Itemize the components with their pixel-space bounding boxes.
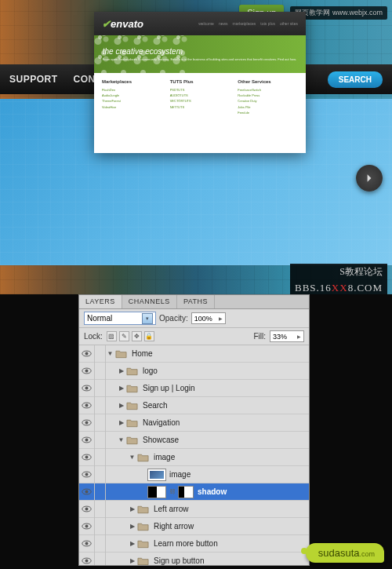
tab-channels[interactable]: CHANNELS bbox=[122, 295, 177, 308]
visibility-eye-icon[interactable] bbox=[79, 483, 95, 501]
sudasuta-watermark: sudasuta.com bbox=[306, 543, 384, 563]
opacity-label: Opacity: bbox=[159, 314, 188, 323]
layer-name: logo bbox=[143, 367, 158, 375]
layer-row[interactable]: ▼Showcase bbox=[79, 432, 309, 449]
triangle-down-icon[interactable]: ▼ bbox=[106, 350, 114, 357]
layer-row[interactable]: ▶Navigation bbox=[79, 414, 309, 432]
svg-point-7 bbox=[85, 404, 89, 407]
folder-icon bbox=[125, 418, 139, 428]
svg-point-17 bbox=[85, 491, 89, 494]
layer-name: Left arrow bbox=[154, 505, 188, 513]
svg-point-9 bbox=[85, 421, 89, 425]
nav-support[interactable]: SUPPORT bbox=[9, 74, 58, 85]
layer-thumb bbox=[147, 469, 166, 481]
svg-point-3 bbox=[85, 370, 89, 373]
folder-icon bbox=[136, 556, 150, 565]
visibility-eye-icon[interactable] bbox=[79, 449, 95, 466]
next-arrow-button[interactable] bbox=[356, 165, 383, 191]
layer-name: Search bbox=[143, 401, 168, 410]
lock-move-icon[interactable]: ✥ bbox=[132, 331, 142, 341]
tab-layers[interactable]: LAYERS bbox=[79, 295, 122, 308]
layer-row[interactable]: ▶Sign up | Login bbox=[79, 380, 309, 397]
layer-name: Sign up | Login bbox=[143, 384, 195, 392]
visibility-eye-icon[interactable] bbox=[79, 432, 95, 449]
svg-point-1 bbox=[85, 352, 89, 356]
triangle-right-icon[interactable]: ▶ bbox=[117, 419, 125, 426]
folder-icon bbox=[136, 538, 150, 549]
preview-logo: ✔envato bbox=[102, 18, 143, 30]
triangle-right-icon[interactable]: ▶ bbox=[117, 367, 125, 374]
layer-thumb bbox=[147, 486, 166, 498]
folder-icon bbox=[136, 521, 150, 531]
chevron-down-icon: ▾ bbox=[142, 313, 153, 324]
triangle-down-icon[interactable]: ▼ bbox=[117, 436, 125, 443]
triangle-down-icon[interactable]: ▼ bbox=[128, 454, 136, 461]
layers-panel: LAYERS CHANNELS PATHS Normal▾ Opacity: 1… bbox=[78, 294, 310, 566]
search-button[interactable]: SEARCH bbox=[328, 71, 383, 88]
layer-row[interactable]: image bbox=[79, 466, 309, 483]
triangle-right-icon[interactable]: ▶ bbox=[117, 402, 125, 409]
triangle-right-icon[interactable]: ▶ bbox=[128, 557, 136, 564]
layer-name: image bbox=[169, 470, 191, 479]
layer-name: Right arrow bbox=[154, 522, 194, 531]
forum-watermark: S教程论坛 BBS.16XX8.COM bbox=[290, 264, 387, 294]
triangle-right-icon[interactable]: ▶ bbox=[128, 505, 136, 512]
layer-row[interactable]: ▶Left arrow bbox=[79, 501, 309, 518]
layer-row[interactable]: ▶Right arrow bbox=[79, 518, 309, 535]
tab-paths[interactable]: PATHS bbox=[177, 295, 215, 308]
layer-row[interactable]: ▶Sign up button bbox=[79, 553, 309, 565]
layer-row[interactable]: ▼image bbox=[79, 449, 309, 466]
layer-name: image bbox=[154, 453, 175, 461]
svg-point-11 bbox=[85, 439, 89, 442]
hero-title: the creative ecosystem bbox=[103, 47, 183, 56]
folder-icon bbox=[136, 452, 150, 462]
triangle-right-icon[interactable]: ▶ bbox=[117, 385, 125, 392]
visibility-eye-icon[interactable] bbox=[79, 414, 95, 432]
svg-point-5 bbox=[85, 387, 89, 390]
layer-name: shadow bbox=[198, 487, 227, 496]
visibility-eye-icon[interactable] bbox=[79, 518, 95, 535]
visibility-eye-icon[interactable] bbox=[79, 345, 95, 363]
layer-name: Learn more button bbox=[154, 539, 218, 548]
svg-point-21 bbox=[85, 525, 89, 528]
layer-name: Showcase bbox=[143, 436, 179, 444]
layer-row[interactable]: ▶logo bbox=[79, 363, 309, 380]
lock-brush-icon[interactable]: ✎ bbox=[119, 331, 129, 341]
layer-row[interactable]: ▼Home bbox=[79, 345, 309, 363]
svg-point-13 bbox=[85, 456, 89, 459]
triangle-right-icon[interactable]: ▶ bbox=[128, 540, 136, 547]
lock-label: Lock: bbox=[84, 332, 103, 341]
visibility-eye-icon[interactable] bbox=[79, 380, 95, 397]
visibility-eye-icon[interactable] bbox=[79, 397, 95, 414]
folder-icon bbox=[136, 504, 150, 514]
lock-transparency-icon[interactable]: ▨ bbox=[107, 331, 117, 341]
lock-all-icon[interactable]: 🔒 bbox=[144, 331, 154, 341]
chevron-right-icon bbox=[365, 173, 374, 183]
folder-icon bbox=[125, 383, 139, 393]
layer-name: Home bbox=[132, 349, 153, 358]
layer-row[interactable]: ⛓shadow bbox=[79, 483, 309, 501]
fill-input[interactable]: 33%▶ bbox=[270, 330, 304, 342]
hero-subtitle: From open marketplaces to community lear… bbox=[103, 57, 296, 61]
folder-icon bbox=[125, 400, 139, 410]
preview-card: ✔envato welcomenewsmarketplacestuts plus… bbox=[94, 12, 306, 153]
visibility-eye-icon[interactable] bbox=[79, 501, 95, 518]
preview-nav: welcomenewsmarketplacestuts plusother si… bbox=[198, 21, 298, 26]
visibility-eye-icon[interactable] bbox=[79, 466, 95, 483]
svg-point-23 bbox=[85, 542, 89, 545]
layer-name: Navigation bbox=[143, 418, 180, 427]
visibility-eye-icon[interactable] bbox=[79, 535, 95, 553]
svg-point-19 bbox=[85, 508, 89, 511]
layer-mask-thumb bbox=[178, 486, 194, 498]
layer-name: Sign up button bbox=[154, 556, 205, 565]
layer-row[interactable]: ▶Search bbox=[79, 397, 309, 414]
link-icon: ⛓ bbox=[169, 486, 176, 498]
folder-icon bbox=[125, 366, 139, 376]
folder-icon bbox=[125, 435, 139, 445]
opacity-input[interactable]: 100%▶ bbox=[191, 312, 226, 324]
visibility-eye-icon[interactable] bbox=[79, 553, 95, 566]
visibility-eye-icon[interactable] bbox=[79, 363, 95, 380]
triangle-right-icon[interactable]: ▶ bbox=[128, 523, 136, 530]
blend-mode-select[interactable]: Normal▾ bbox=[84, 312, 156, 325]
layer-row[interactable]: ▶Learn more button bbox=[79, 535, 309, 553]
